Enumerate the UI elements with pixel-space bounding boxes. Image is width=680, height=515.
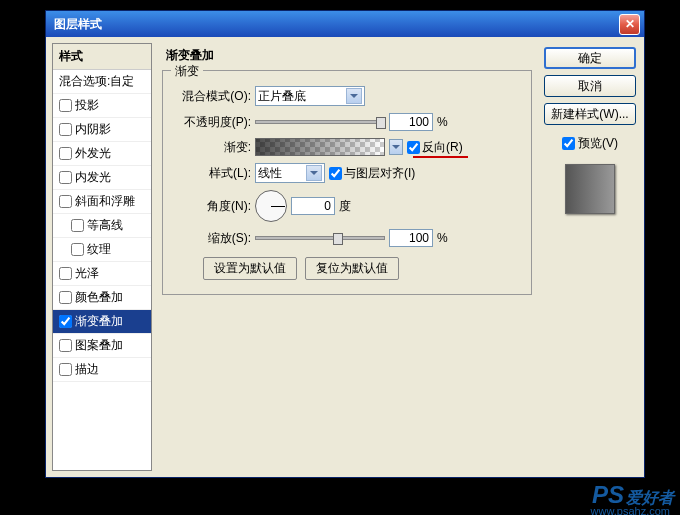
style-label: 样式(L):	[173, 165, 251, 182]
dialog-title: 图层样式	[50, 16, 619, 33]
ok-button[interactable]: 确定	[544, 47, 636, 69]
sidebar-item-纹理[interactable]: 纹理	[53, 238, 151, 262]
layer-style-dialog: 图层样式 ✕ 样式 混合选项:自定 投影内阴影外发光内发光斜面和浮雕等高线纹理光…	[45, 10, 645, 478]
opacity-input[interactable]	[389, 113, 433, 131]
reverse-checkbox[interactable]: 反向(R)	[407, 139, 463, 156]
preview-swatch	[565, 164, 615, 214]
sidebar-item-斜面和浮雕[interactable]: 斜面和浮雕	[53, 190, 151, 214]
sidebar-header: 样式	[53, 44, 151, 70]
styles-sidebar: 样式 混合选项:自定 投影内阴影外发光内发光斜面和浮雕等高线纹理光泽颜色叠加渐变…	[52, 43, 152, 471]
opacity-slider[interactable]	[255, 120, 385, 124]
set-default-button[interactable]: 设置为默认值	[203, 257, 297, 280]
angle-label: 角度(N):	[173, 198, 251, 215]
new-style-button[interactable]: 新建样式(W)...	[544, 103, 636, 125]
gradient-dropdown-icon[interactable]	[389, 139, 403, 155]
watermark-url: www.psahz.com	[591, 505, 670, 515]
chevron-down-icon	[306, 165, 322, 181]
chevron-down-icon	[346, 88, 362, 104]
sidebar-item-内发光[interactable]: 内发光	[53, 166, 151, 190]
sidebar-item-外发光[interactable]: 外发光	[53, 142, 151, 166]
style-select[interactable]: 线性	[255, 163, 325, 183]
sidebar-item-渐变叠加[interactable]: 渐变叠加	[53, 310, 151, 334]
main-panel: 渐变叠加 渐变 混合模式(O): 正片叠底 不透明度(P): %	[158, 43, 536, 471]
cancel-button[interactable]: 取消	[544, 75, 636, 97]
panel-title: 渐变叠加	[166, 47, 532, 64]
sidebar-item-图案叠加[interactable]: 图案叠加	[53, 334, 151, 358]
gradient-label: 渐变:	[173, 139, 251, 156]
sidebar-item-描边[interactable]: 描边	[53, 358, 151, 382]
align-checkbox[interactable]: 与图层对齐(I)	[329, 165, 415, 182]
sidebar-item-颜色叠加[interactable]: 颜色叠加	[53, 286, 151, 310]
angle-dial[interactable]	[255, 190, 287, 222]
titlebar: 图层样式 ✕	[46, 11, 644, 37]
right-column: 确定 取消 新建样式(W)... 预览(V)	[542, 43, 638, 471]
sidebar-item-等高线[interactable]: 等高线	[53, 214, 151, 238]
fieldset-legend: 渐变	[171, 63, 203, 80]
opacity-label: 不透明度(P):	[173, 114, 251, 131]
scale-label: 缩放(S):	[173, 230, 251, 247]
sidebar-blend-options[interactable]: 混合选项:自定	[53, 70, 151, 94]
sidebar-item-光泽[interactable]: 光泽	[53, 262, 151, 286]
annotation-underline	[413, 156, 468, 158]
gradient-picker[interactable]	[255, 138, 385, 156]
scale-slider[interactable]	[255, 236, 385, 240]
preview-checkbox[interactable]: 预览(V)	[562, 135, 618, 152]
gradient-fieldset: 渐变 混合模式(O): 正片叠底 不透明度(P): % 渐变:	[162, 70, 532, 295]
angle-input[interactable]	[291, 197, 335, 215]
blend-mode-select[interactable]: 正片叠底	[255, 86, 365, 106]
scale-input[interactable]	[389, 229, 433, 247]
blend-mode-label: 混合模式(O):	[173, 88, 251, 105]
sidebar-item-投影[interactable]: 投影	[53, 94, 151, 118]
reset-default-button[interactable]: 复位为默认值	[305, 257, 399, 280]
close-button[interactable]: ✕	[619, 14, 640, 35]
sidebar-item-内阴影[interactable]: 内阴影	[53, 118, 151, 142]
